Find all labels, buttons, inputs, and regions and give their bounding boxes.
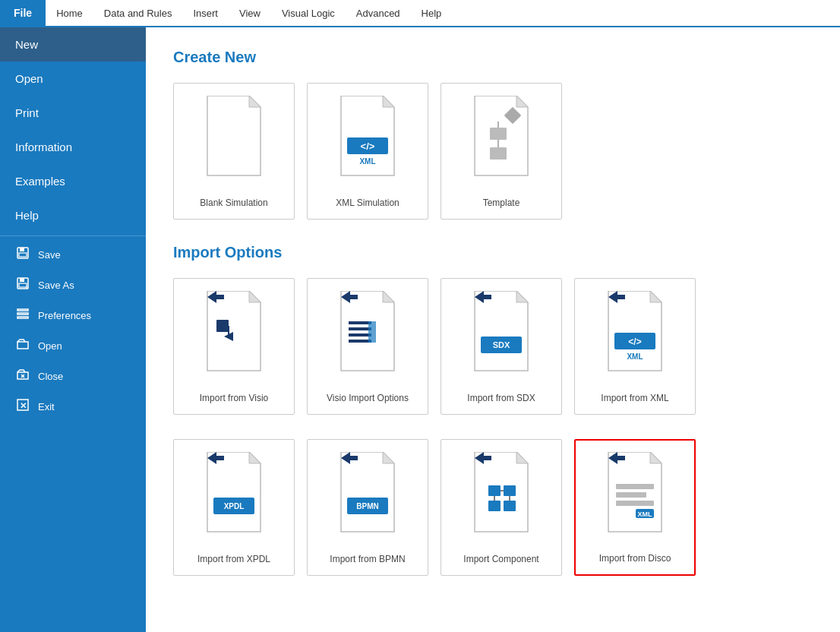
open2-icon [15, 337, 30, 354]
svg-marker-54 [249, 452, 261, 463]
sidebar-item-help[interactable]: Help [0, 198, 146, 232]
svg-marker-64 [516, 452, 528, 463]
menu-visual-logic[interactable]: Visual Logic [271, 0, 346, 26]
sidebar-divider [0, 235, 146, 236]
svg-marker-22 [516, 96, 528, 107]
import-visio-label: Import from Visio [200, 393, 268, 403]
card-import-bpmn[interactable]: BPMN Import from BPMN [307, 439, 428, 576]
card-import-component[interactable]: Import Component [441, 439, 562, 576]
svg-marker-35 [383, 291, 394, 302]
sidebar-action-close[interactable]: Close [0, 361, 146, 391]
template-label: Template [483, 198, 520, 208]
preferences-icon [15, 307, 30, 324]
svg-rect-67 [504, 485, 516, 496]
sidebar: New Open Print Information Examples Help… [0, 27, 146, 632]
svg-marker-14 [207, 96, 261, 175]
menu-insert[interactable]: Insert [182, 0, 229, 26]
sidebar-action-save-as[interactable]: + Save As [0, 270, 146, 300]
save-label: Save [38, 249, 61, 261]
svg-marker-29 [249, 291, 261, 302]
import-sdx-label: Import from SDX [467, 393, 535, 403]
import-cards-row2: XPDL Import from XPDL BPMN Import from [173, 439, 813, 576]
card-import-xpdl[interactable]: XPDL Import from XPDL [173, 439, 295, 576]
svg-rect-4 [20, 278, 24, 282]
svg-rect-68 [488, 501, 501, 511]
svg-rect-7 [17, 309, 28, 311]
svg-rect-76 [616, 484, 654, 489]
card-import-xml[interactable]: </> XML Import from XML [574, 278, 696, 415]
svg-text:✕: ✕ [20, 401, 27, 410]
svg-text:XML: XML [627, 352, 643, 361]
card-import-sdx[interactable]: SDX Import from SDX [441, 278, 562, 415]
svg-marker-42 [475, 291, 528, 371]
svg-text:BPMN: BPMN [356, 502, 378, 510]
svg-marker-15 [249, 96, 261, 107]
sidebar-action-save[interactable]: Save [0, 239, 146, 270]
template-icon-area [467, 84, 535, 191]
svg-text:SDX: SDX [493, 340, 510, 349]
import-xpdl-label: Import from XPDL [197, 554, 270, 564]
svg-rect-37 [349, 321, 371, 324]
save-icon [15, 246, 30, 263]
import-disco-icon-area: XML [601, 441, 669, 547]
svg-text:+: + [25, 285, 28, 290]
svg-rect-8 [17, 313, 28, 314]
sidebar-item-information[interactable]: Information [0, 130, 146, 164]
import-component-icon-area [467, 440, 535, 548]
menu-file[interactable]: File [0, 0, 46, 26]
card-blank-simulation[interactable]: Blank Simulation [173, 83, 295, 220]
save-as-icon: + [15, 276, 30, 293]
card-import-disco[interactable]: XML Import from Disco [574, 439, 696, 576]
sidebar-action-open2[interactable]: Open [0, 330, 146, 361]
create-new-cards: Blank Simulation </> XML XML Simulation [173, 83, 813, 220]
visio-import-options-label: Visio Import Options [327, 393, 409, 403]
import-bpmn-label: Import from BPMN [330, 554, 405, 564]
svg-text:XPDL: XPDL [224, 502, 245, 510]
import-xml-label: Import from XML [601, 393, 668, 403]
svg-text:</>: </> [361, 141, 375, 152]
svg-rect-9 [17, 317, 28, 318]
svg-marker-34 [341, 291, 394, 371]
svg-rect-38 [349, 327, 371, 330]
svg-rect-41 [368, 321, 376, 343]
sidebar-item-open[interactable]: Open [0, 62, 146, 96]
svg-marker-73 [608, 452, 662, 532]
menu-data-and-rules[interactable]: Data and Rules [93, 0, 183, 26]
card-import-visio[interactable]: Import from Visio [173, 278, 295, 415]
card-xml-simulation[interactable]: </> XML XML Simulation [307, 83, 428, 220]
card-visio-import-options[interactable]: Visio Import Options [307, 278, 428, 415]
menu-view[interactable]: View [229, 0, 271, 26]
sidebar-action-preferences[interactable]: Preferences [0, 300, 146, 330]
create-new-title: Create New [173, 49, 813, 66]
import-options-title: Import Options [173, 244, 813, 261]
import-component-label: Import Component [463, 554, 538, 564]
menu-help[interactable]: Help [411, 0, 453, 26]
import-xml-icon-area: </> XML [601, 279, 669, 387]
menu-home[interactable]: Home [46, 0, 93, 26]
svg-rect-66 [488, 485, 501, 496]
import-xpdl-icon-area: XPDL [200, 440, 268, 548]
svg-rect-31 [216, 320, 229, 332]
exit-label: Exit [38, 401, 55, 412]
svg-marker-59 [383, 452, 394, 463]
close-icon [15, 368, 30, 384]
import-sdx-icon-area: SDX [467, 279, 535, 387]
sidebar-action-exit[interactable]: ✕ Exit [0, 391, 146, 422]
save-as-label: Save As [38, 280, 74, 291]
open2-label: Open [38, 340, 62, 352]
svg-marker-28 [207, 291, 261, 371]
sidebar-item-new[interactable]: New [0, 27, 146, 62]
sidebar-item-print[interactable]: Print [0, 96, 146, 130]
svg-marker-74 [650, 452, 662, 463]
sidebar-item-examples[interactable]: Examples [0, 164, 146, 198]
import-bpmn-icon-area: BPMN [333, 440, 402, 548]
svg-rect-2 [19, 253, 27, 257]
card-template[interactable]: Template [441, 83, 562, 220]
svg-text:XML: XML [359, 157, 375, 166]
svg-rect-39 [349, 333, 371, 337]
close-label: Close [38, 371, 63, 382]
preferences-label: Preferences [38, 310, 91, 321]
menu-advanced[interactable]: Advanced [346, 0, 411, 26]
svg-rect-78 [616, 501, 654, 506]
xml-simulation-label: XML Simulation [336, 198, 399, 208]
